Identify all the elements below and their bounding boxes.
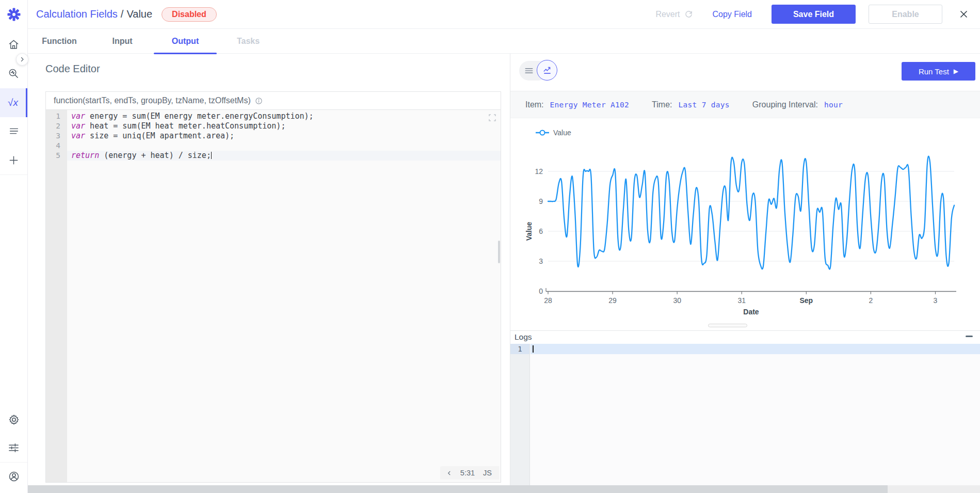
logs-divider <box>510 330 980 331</box>
expand-editor-icon[interactable] <box>489 114 496 123</box>
horizontal-scrollbar-thumb[interactable] <box>0 485 888 493</box>
keyword-token: var <box>71 131 85 140</box>
sidebar-divider <box>0 174 27 175</box>
time-value[interactable]: Last 7 days <box>678 101 729 109</box>
time-label: Time: <box>652 100 672 109</box>
logs-minimize-button[interactable] <box>966 336 973 337</box>
svg-text:2: 2 <box>869 296 873 305</box>
sidebar-item-account[interactable] <box>0 465 27 488</box>
sidebar-divider-bottom <box>0 462 27 463</box>
code-line[interactable]: var size = uniq(EM apartment.area); <box>67 131 501 141</box>
logs-title: Logs <box>515 332 532 342</box>
sidebar-item-home[interactable] <box>0 33 27 56</box>
sidebar: √x <box>0 0 28 493</box>
line-number: 4 <box>46 141 67 151</box>
chart-axis-labels: 03691228293031Sep23DateValue <box>525 167 938 316</box>
item-value[interactable]: Energy Meter A102 <box>550 101 630 109</box>
line-number: 3 <box>46 131 67 141</box>
function-signature: function(startTs, endTs, groupBy, tzName… <box>54 96 251 105</box>
tab-input[interactable]: Input <box>91 29 154 54</box>
enable-button[interactable]: Enable <box>869 5 942 24</box>
legend-item-value[interactable]: Value <box>536 129 571 137</box>
chart-view-icon <box>542 66 552 75</box>
chevron-right-icon <box>19 56 25 62</box>
keyword-token: var <box>71 121 85 131</box>
code-editor: function(startTs, endTs, groupBy, tzName… <box>45 91 501 483</box>
logs-line-number-gutter: 1 <box>510 344 530 486</box>
grouping-interval-value[interactable]: hour <box>824 101 843 109</box>
home-icon <box>8 39 20 51</box>
app-window: √x <box>0 0 980 493</box>
cursor-position: 5:31 <box>460 469 475 477</box>
chart-line-series <box>548 156 954 269</box>
editor-status-bar: 5:31 JS <box>440 466 499 480</box>
sidebar-item-list[interactable] <box>0 120 27 142</box>
svg-text:Date: Date <box>743 308 759 316</box>
line-number: 2 <box>46 121 67 131</box>
sidebar-expand-button[interactable] <box>16 53 28 66</box>
test-parameters-bar: Item: Energy Meter A102 Time: Last 7 day… <box>510 91 980 118</box>
svg-text:30: 30 <box>673 296 681 305</box>
line-number: 1 <box>46 112 67 121</box>
code-token: (energy + heat) / size; <box>99 151 211 160</box>
code-editor-title: Code Editor <box>45 63 100 75</box>
chart-axis <box>546 288 956 294</box>
svg-text:29: 29 <box>608 296 617 305</box>
code-line[interactable]: var energy = sum(EM energy meter.energyC… <box>67 112 501 121</box>
svg-text:31: 31 <box>737 296 746 305</box>
code-area[interactable]: var energy = sum(EM energy meter.energyC… <box>67 110 501 482</box>
svg-text:0: 0 <box>539 287 543 295</box>
svg-text:Value: Value <box>525 222 533 241</box>
close-button[interactable] <box>959 9 969 19</box>
sqrt-x-icon: √x <box>8 97 18 108</box>
code-line-current[interactable]: return (energy + heat) / size; <box>67 151 501 161</box>
plus-icon <box>8 154 20 166</box>
code-line[interactable]: var heat = sum(EM heat meter.heatConsump… <box>67 121 501 131</box>
view-toggle-chart[interactable] <box>537 60 557 81</box>
function-signature-bar: function(startTs, endTs, groupBy, tzName… <box>46 92 501 110</box>
sliders-icon <box>8 442 20 454</box>
logs-text-cursor <box>533 345 534 353</box>
copy-field-button[interactable]: Copy Field <box>713 10 752 19</box>
chevron-left-icon[interactable] <box>446 470 452 476</box>
save-field-button[interactable]: Save Field <box>772 5 856 24</box>
breadcrumb-current: Value <box>126 8 152 20</box>
sidebar-item-tune[interactable] <box>0 436 27 459</box>
svg-text:3: 3 <box>539 257 543 265</box>
breadcrumb-section[interactable]: Calculation Fields <box>36 8 118 20</box>
language-indicator: JS <box>483 469 492 477</box>
grouping-interval-label: Grouping Interval: <box>752 100 818 109</box>
text-cursor <box>211 152 212 159</box>
tab-tasks[interactable]: Tasks <box>217 29 280 54</box>
app-logo[interactable] <box>5 6 23 23</box>
chart-zoom-scrollbar[interactable] <box>708 324 747 327</box>
tab-output[interactable]: Output <box>154 29 217 54</box>
svg-text:6: 6 <box>539 227 543 235</box>
keyword-token: var <box>71 112 85 121</box>
editor-scrollbar-thumb[interactable] <box>498 241 500 263</box>
logs-line-number: 1 <box>510 344 529 354</box>
revert-icon <box>684 10 693 19</box>
code-token: size = uniq(EM apartment.area); <box>85 131 234 140</box>
revert-button[interactable]: Revert <box>655 10 693 19</box>
play-icon: ▶ <box>954 68 958 75</box>
logs-line[interactable] <box>531 344 980 354</box>
info-icon[interactable] <box>255 97 263 105</box>
code-line[interactable] <box>67 141 501 151</box>
logs-panel[interactable]: 1 <box>510 344 980 486</box>
run-test-button[interactable]: Run Test ▶ <box>902 62 975 81</box>
line-number: 5 <box>46 151 67 161</box>
svg-text:3: 3 <box>934 296 938 305</box>
sidebar-item-settings[interactable] <box>0 408 27 431</box>
tab-function[interactable]: Function <box>28 29 91 54</box>
svg-text:Sep: Sep <box>800 296 813 305</box>
result-chart: 03691228293031Sep23DateValue Value <box>510 118 980 330</box>
horizontal-scrollbar <box>0 485 980 493</box>
search-pulse-icon <box>8 68 20 79</box>
keyword-token: return <box>71 151 99 160</box>
list-icon <box>8 125 20 137</box>
line-number-gutter: 1 2 3 4 5 <box>46 110 67 482</box>
sidebar-item-add[interactable] <box>0 149 27 171</box>
sidebar-item-calculation-fields[interactable]: √x <box>0 88 27 117</box>
account-icon <box>8 470 20 483</box>
